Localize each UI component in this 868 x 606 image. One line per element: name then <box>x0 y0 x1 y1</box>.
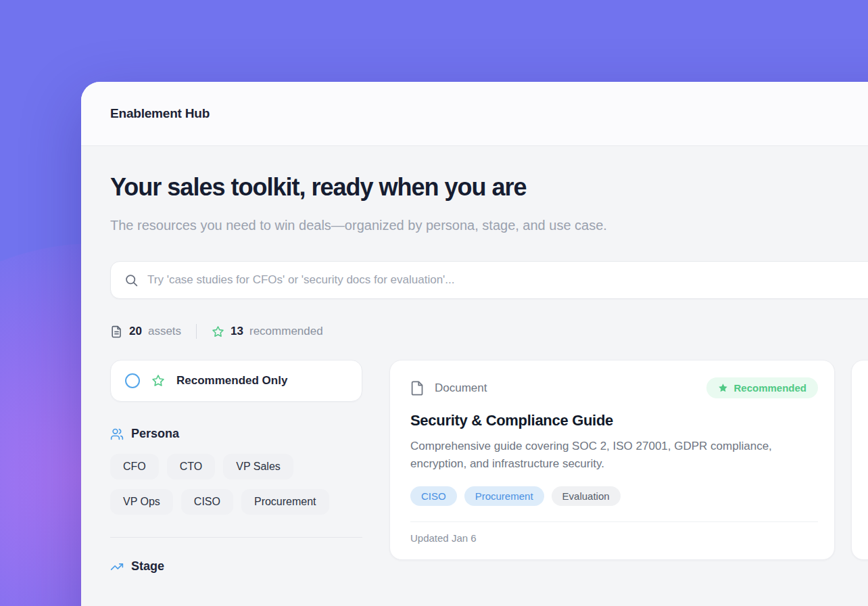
persona-chip-cto[interactable]: CTO <box>167 454 215 480</box>
persona-section-label: Persona <box>131 427 179 441</box>
search-icon <box>124 273 139 287</box>
tag-procurement: Procurement <box>464 486 544 506</box>
page-subtitle: The resources you need to win deals—orga… <box>110 212 617 238</box>
results-grid: Document Recommended Security & Complian… <box>389 360 868 574</box>
star-icon <box>212 325 224 338</box>
recommended-badge: Recommended <box>706 377 818 398</box>
document-icon <box>110 325 123 338</box>
card-top-row: Document Recommended <box>410 377 818 398</box>
sidebar-divider <box>110 537 362 538</box>
recommended-only-toggle[interactable]: Recommended Only <box>110 360 362 402</box>
stage-icon <box>110 560 124 574</box>
card-footer-divider <box>410 521 818 522</box>
content-area: Recommended Only Persona CFO CTO VP Sale… <box>110 360 868 574</box>
persona-chip-cfo[interactable]: CFO <box>110 454 159 480</box>
tag-ciso: CISO <box>410 486 457 506</box>
persona-chips: CFO CTO VP Sales VP Ops CISO Procurement <box>110 454 362 515</box>
asset-tags: CISO Procurement Evaluation <box>410 486 818 506</box>
stage-section-header: Stage <box>110 559 362 574</box>
asset-card[interactable]: Document Recommended Security & Complian… <box>389 360 835 560</box>
recommended-badge-label: Recommended <box>733 382 806 394</box>
recommended-label: recommended <box>249 325 323 338</box>
filters-sidebar: Recommended Only Persona CFO CTO VP Sale… <box>110 360 362 574</box>
persona-chip-procurement[interactable]: Procurement <box>241 489 329 515</box>
assets-count-stat: 20 assets <box>110 325 181 338</box>
asset-card-partial[interactable] <box>851 360 868 560</box>
assets-label: assets <box>148 325 181 338</box>
persona-chip-vp-sales[interactable]: VP Sales <box>223 454 293 480</box>
asset-type: Document <box>410 380 487 396</box>
file-icon <box>410 380 425 396</box>
enablement-hub-window: Enablement Hub Your sales toolkit, ready… <box>81 82 868 606</box>
asset-type-label: Document <box>435 381 487 395</box>
radio-circle-icon[interactable] <box>125 373 140 388</box>
app-title: Enablement Hub <box>110 106 210 121</box>
tag-evaluation: Evaluation <box>552 486 621 506</box>
recommended-count: 13 <box>231 325 243 338</box>
stage-section-label: Stage <box>131 559 164 574</box>
stats-divider <box>196 324 197 339</box>
assets-count: 20 <box>129 325 142 338</box>
asset-updated-date: Updated Jan 6 <box>410 532 818 544</box>
star-filled-icon <box>718 383 728 393</box>
recommended-only-label: Recommended Only <box>176 374 287 388</box>
panel-body: Your sales toolkit, ready when you are T… <box>81 146 868 574</box>
stats-bar: 20 assets 13 recommended <box>110 324 868 339</box>
persona-icon <box>110 427 124 441</box>
panel-header: Enablement Hub <box>81 82 868 146</box>
screen: Enablement Hub Your sales toolkit, ready… <box>0 0 868 606</box>
recommended-count-stat: 13 recommended <box>212 325 323 338</box>
search-bar <box>110 261 868 299</box>
search-input[interactable] <box>147 273 868 287</box>
persona-chip-vp-ops[interactable]: VP Ops <box>110 489 173 515</box>
star-icon <box>151 374 165 388</box>
asset-description: Comprehensive guide covering SOC 2, ISO … <box>410 438 802 473</box>
persona-chip-ciso[interactable]: CISO <box>181 489 233 515</box>
persona-section-header: Persona <box>110 427 362 441</box>
asset-title: Security & Compliance Guide <box>410 412 818 429</box>
page-title: Your sales toolkit, ready when you are <box>110 174 868 201</box>
